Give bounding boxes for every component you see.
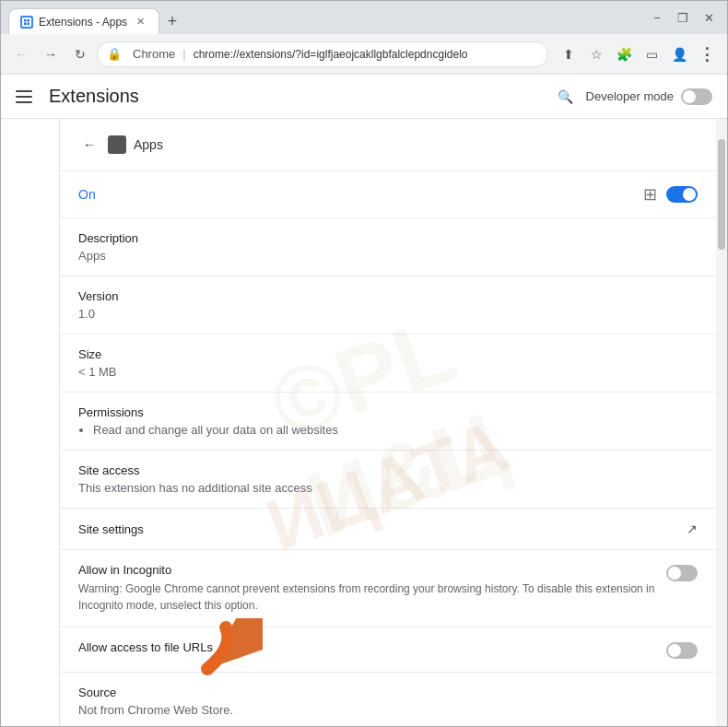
site-name: Chrome xyxy=(133,47,175,61)
url-text: chrome://extensions/?id=iglfjaeojcakllgb… xyxy=(194,48,468,61)
chrome-menu-icon[interactable]: ⋮ xyxy=(694,41,720,67)
close-window-button[interactable]: ✕ xyxy=(698,10,720,25)
profile-icon[interactable]: 👤 xyxy=(666,41,692,67)
developer-mode-label: Developer mode xyxy=(586,89,674,103)
toolbar-icons: ⬆ ☆ 🧩 ▭ 👤 ⋮ xyxy=(556,41,720,67)
active-tab[interactable]: Extensions - Apps ✕ xyxy=(8,8,159,34)
reload-button[interactable]: ↻ xyxy=(67,41,93,67)
permission-item: Read and change all your data on all web… xyxy=(93,423,698,437)
version-section: Version 1.0 xyxy=(60,276,716,334)
search-button[interactable]: 🔍 xyxy=(553,84,579,110)
hamburger-line xyxy=(16,90,32,92)
file-urls-toggle-row: Allow access to file URLs xyxy=(60,627,716,673)
file-urls-title: Allow access to file URLs xyxy=(78,640,655,654)
back-to-extensions-button[interactable]: ← xyxy=(78,134,100,156)
address-bar: ← → ↻ 🔒 Chrome | chrome://extensions/?id… xyxy=(1,34,727,75)
scrollbar[interactable] xyxy=(716,119,727,726)
hamburger-line xyxy=(16,101,32,103)
scrollbar-thumb[interactable] xyxy=(718,139,725,250)
tab-favicon xyxy=(20,16,33,29)
back-navigation-button[interactable]: ← xyxy=(8,41,34,67)
svg-rect-0 xyxy=(22,18,31,27)
incognito-toggle-row: Allow in Incognito Warning: Google Chrom… xyxy=(60,550,716,627)
sidebar xyxy=(1,119,60,726)
restore-button[interactable]: ❐ xyxy=(672,10,694,25)
titlebar-tabs: Extensions - Apps ✕ + xyxy=(8,1,185,34)
size-value: < 1 MB xyxy=(78,365,698,379)
description-label: Description xyxy=(78,231,698,245)
tab-close-button[interactable]: ✕ xyxy=(133,15,147,29)
app-icon xyxy=(108,135,126,154)
permissions-label: Permissions xyxy=(78,405,698,419)
extensions-puzzle-icon[interactable]: 🧩 xyxy=(611,41,637,67)
site-settings-label: Site settings xyxy=(78,522,687,536)
size-label: Size xyxy=(78,347,698,361)
url-divider: | xyxy=(182,47,185,61)
minimize-button[interactable]: − xyxy=(646,10,668,25)
developer-mode-section: 🔍 Developer mode xyxy=(553,84,712,110)
file-urls-toggle[interactable] xyxy=(666,642,698,659)
size-section: Size < 1 MB xyxy=(60,334,716,393)
tab-title: Extensions - Apps xyxy=(39,16,127,29)
site-access-label: Site access xyxy=(78,463,698,477)
extensions-header: Extensions 🔍 Developer mode xyxy=(1,75,727,119)
site-access-section: Site access This extension has no additi… xyxy=(60,451,716,509)
forward-navigation-button[interactable]: → xyxy=(38,41,64,67)
site-access-value: This extension has no additional site ac… xyxy=(78,481,698,495)
external-link-icon: ↗ xyxy=(687,522,698,536)
file-urls-text: Allow access to file URLs xyxy=(78,640,655,658)
permissions-list: Read and change all your data on all web… xyxy=(93,423,698,437)
toggle-thumb xyxy=(668,567,681,580)
security-icon: 🔒 xyxy=(107,47,122,61)
extensions-page-title: Extensions xyxy=(49,86,139,107)
incognito-text: Allow in Incognito Warning: Google Chrom… xyxy=(78,563,655,614)
content-area: ©PLИ&Ц ИЦАТА ← Apps On ⊞ xyxy=(60,119,716,726)
developer-mode-toggle[interactable] xyxy=(681,88,712,105)
incognito-description: Warning: Google Chrome cannot prevent ex… xyxy=(78,580,655,614)
split-view-icon[interactable]: ▭ xyxy=(639,41,664,67)
extension-enable-toggle[interactable] xyxy=(666,186,698,203)
hamburger-line xyxy=(16,96,32,98)
source-section: Source Not from Chrome Web Store. xyxy=(60,673,716,726)
toggle-thumb xyxy=(668,644,681,657)
on-off-section: On ⊞ xyxy=(60,171,716,218)
main-area: ©PLИ&Ц ИЦАТА ← Apps On ⊞ xyxy=(1,119,727,726)
window-controls: − ❐ ✕ xyxy=(646,10,720,25)
description-section: Description Apps xyxy=(60,218,716,276)
on-label: On xyxy=(78,187,643,202)
incognito-toggle[interactable] xyxy=(666,565,698,581)
url-bar[interactable]: 🔒 Chrome | chrome://extensions/?id=iglfj… xyxy=(97,41,548,67)
source-label: Source xyxy=(78,686,698,699)
toggle-thumb xyxy=(683,90,696,103)
version-label: Version xyxy=(78,289,698,303)
source-value: Not from Chrome Web Store. xyxy=(78,703,698,717)
new-tab-button[interactable]: + xyxy=(159,8,185,34)
incognito-title: Allow in Incognito xyxy=(78,563,655,577)
description-value: Apps xyxy=(78,249,698,263)
grid-view-icon: ⊞ xyxy=(643,184,657,205)
back-navigation-bar: ← Apps xyxy=(60,119,716,171)
site-settings-row[interactable]: Site settings ↗ xyxy=(60,509,716,550)
hamburger-menu-button[interactable] xyxy=(16,86,38,108)
browser-window: Extensions - Apps ✕ + − ❐ ✕ ← → ↻ 🔒 Chro… xyxy=(0,0,728,727)
app-name-heading: Apps xyxy=(134,137,163,152)
permissions-section: Permissions Read and change all your dat… xyxy=(60,393,716,451)
version-value: 1.0 xyxy=(78,307,698,321)
bookmark-icon[interactable]: ☆ xyxy=(583,41,609,67)
toggle-thumb xyxy=(683,188,696,201)
titlebar: Extensions - Apps ✕ + − ❐ ✕ xyxy=(1,1,727,34)
share-icon[interactable]: ⬆ xyxy=(556,41,581,67)
